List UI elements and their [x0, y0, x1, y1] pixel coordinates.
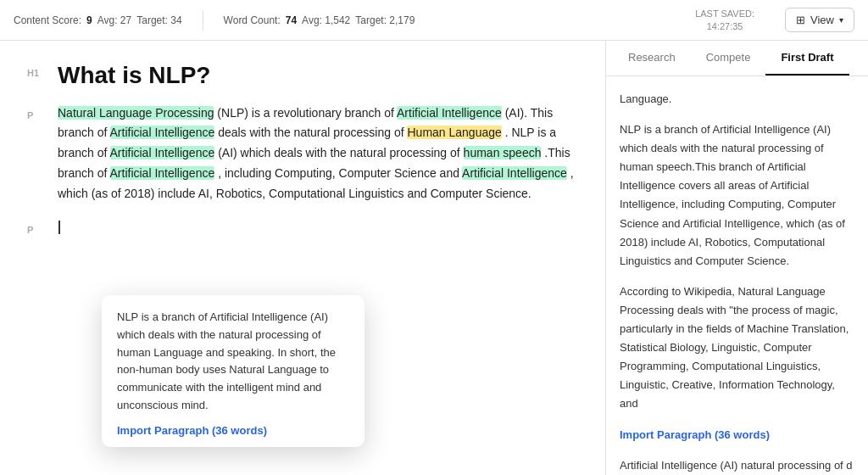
top-bar: Content Score: 9 Avg: 27 Target: 34 Word…	[0, 0, 868, 41]
right-content-top: Language.	[620, 90, 854, 109]
last-saved-time: 14:27:35	[695, 20, 754, 32]
right-content-para2: According to Wikipedia, Natural Language…	[620, 282, 854, 414]
word-count-avg: Avg: 1,542	[302, 14, 350, 26]
chevron-down-icon: ▾	[839, 15, 843, 25]
heading-block: H1 What is NLP?	[27, 61, 578, 90]
para-text-segment-5: (AI) which deals with the natural proces…	[218, 146, 463, 159]
para-text-1[interactable]: Natural Language Processing (NLP) is a r…	[58, 103, 578, 204]
word-count-value: 74	[286, 14, 297, 26]
right-panel-content: Language. NLP is a branch of Artificial …	[606, 76, 868, 475]
highlight-ai-1: Artificial Intelligence	[397, 106, 502, 120]
heading-text: What is NLP?	[58, 61, 210, 90]
heading-label: H1	[27, 68, 47, 78]
tooltip-popup: NLP is a branch of Artificial Intelligen…	[102, 295, 364, 447]
main-layout: H1 What is NLP? P Natural Language Proce…	[0, 41, 868, 475]
right-content-para3: Artificial Intelligence (AI) natural pro…	[620, 456, 854, 475]
word-count-target: Target: 2,179	[355, 14, 415, 26]
para-text-2[interactable]	[58, 218, 578, 238]
right-content-para1: NLP is a branch of Artificial Intelligen…	[620, 120, 854, 271]
content-score-value: 9	[86, 14, 92, 26]
right-tabs: Research Compete First Draft	[606, 41, 868, 76]
highlight-ai-5: Artificial Intelligence	[462, 166, 567, 180]
highlight-nlp: Natural Language Processing	[58, 106, 214, 120]
tooltip-text: NLP is a branch of Artificial Intelligen…	[117, 309, 349, 415]
tab-compete[interactable]: Compete	[691, 41, 766, 75]
word-count-label: Word Count:	[224, 14, 281, 26]
right-import-link-1[interactable]: Import Paragraph (36 words)	[620, 426, 854, 444]
view-icon: ⊞	[796, 14, 805, 26]
para-label-1: P	[27, 110, 47, 120]
para-text-segment-3: deals with the natural processing of	[218, 126, 407, 139]
word-count-metric: Word Count: 74 Avg: 1,542 Target: 2,179	[224, 14, 415, 26]
content-score-avg: Avg: 27	[97, 14, 131, 26]
highlight-ai-4: Artificial Intelligence	[110, 166, 215, 180]
view-button[interactable]: ⊞ View ▾	[785, 8, 854, 32]
content-score-label: Content Score:	[14, 14, 81, 26]
tab-first-draft[interactable]: First Draft	[765, 41, 849, 75]
content-score-metric: Content Score: 9 Avg: 27 Target: 34	[14, 14, 182, 26]
content-score-target: Target: 34	[136, 14, 181, 26]
highlight-human-speech: human speech	[464, 146, 542, 159]
para-text-segment-7: , including Computing, Computer Science …	[218, 166, 462, 180]
highlight-ai-3: Artificial Intelligence	[110, 146, 215, 159]
view-button-label: View	[810, 14, 834, 26]
editor-area[interactable]: H1 What is NLP? P Natural Language Proce…	[0, 41, 605, 475]
tooltip-import-link[interactable]: Import Paragraph (36 words)	[117, 424, 267, 437]
paragraph-block-2: P	[27, 218, 578, 238]
separator-1	[203, 10, 203, 31]
para-label-2: P	[27, 225, 47, 235]
paragraph-block-1: P Natural Language Processing (NLP) is a…	[27, 103, 578, 204]
right-panel: Research Compete First Draft Language. N…	[605, 41, 868, 475]
last-saved: LAST SAVED: 14:27:35	[695, 8, 754, 32]
last-saved-label: LAST SAVED:	[695, 8, 754, 20]
para-text-segment-1: (NLP) is a revolutionary branch of	[217, 106, 397, 120]
tab-research[interactable]: Research	[613, 41, 691, 75]
highlight-ai-2: Artificial Intelligence	[110, 126, 215, 139]
highlight-human-language: Human Language	[407, 126, 501, 139]
